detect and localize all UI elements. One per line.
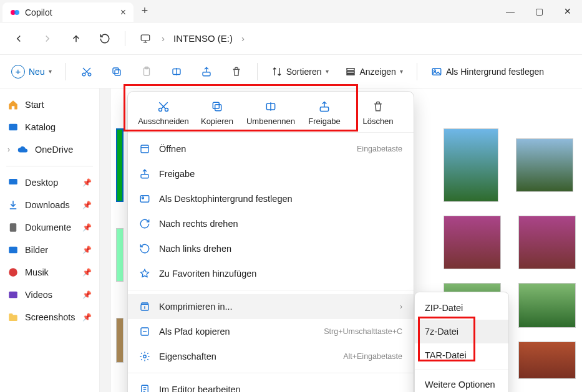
forward-button[interactable] [35, 26, 60, 51]
breadcrumb-location[interactable]: INTENSO (E:) [173, 33, 233, 44]
document-icon [7, 222, 19, 233]
view-button[interactable]: Anzeigen ▾ [339, 59, 409, 84]
view-label: Anzeigen [360, 67, 396, 77]
close-window-button[interactable]: ✕ [553, 0, 582, 22]
sidebar-item-screenshots[interactable]: Screenshots 📌 [0, 306, 99, 328]
compress-submenu: ZIP-Datei 7z-Datei TAR-Datei Weitere Opt… [414, 292, 509, 392]
sort-button[interactable]: Sortieren ▾ [265, 59, 335, 84]
paste-button[interactable] [133, 59, 160, 84]
menu-compress[interactable]: Komprimieren in... › [128, 294, 414, 319]
menu-edit-in-editor[interactable]: Im Editor bearbeiten [128, 377, 414, 392]
chevron-right-icon: › [162, 33, 165, 44]
menu-open[interactable]: Öffnen Eingabetaste [128, 136, 414, 161]
sidebar-label: Katalog [25, 122, 56, 132]
cut-button[interactable] [74, 59, 100, 84]
menu-label: Als Desktophintergrund festlegen [159, 194, 293, 204]
new-button[interactable]: + Neu ▾ [5, 59, 58, 84]
chevron-down-icon: ▾ [49, 68, 52, 75]
selected-thumb-edge[interactable] [116, 128, 124, 202]
submenu-tar[interactable]: TAR-Datei [415, 343, 508, 367]
menu-properties[interactable]: Eigenschaften Alt+Eingabetaste [128, 344, 414, 369]
image-icon [139, 193, 150, 204]
browser-tab-copilot[interactable]: Copilot × [2, 2, 133, 22]
image-thumbnail[interactable] [518, 216, 576, 269]
submenu-label: ZIP-Datei [425, 303, 463, 313]
svg-point-34 [143, 355, 147, 358]
folder-icon [7, 312, 19, 323]
sidebar-separator [6, 166, 93, 166]
sidebar-item-videos[interactable]: Videos 📌 [0, 284, 99, 306]
svg-rect-13 [347, 74, 354, 75]
open-icon [139, 143, 150, 155]
breadcrumb[interactable]: › INTENSO (E:) › [162, 33, 245, 44]
menu-label: Komprimieren in... [159, 302, 233, 312]
sidebar-scrollbar[interactable] [100, 88, 111, 392]
submenu-7z[interactable]: 7z-Datei [415, 320, 508, 343]
chevron-right-icon: › [400, 302, 402, 311]
view-icon [345, 66, 356, 77]
up-button[interactable] [64, 26, 89, 51]
star-icon [139, 268, 150, 279]
window-controls: — ▢ ✕ [496, 0, 582, 22]
sidebar-item-start[interactable]: Start [0, 93, 99, 116]
refresh-button[interactable] [92, 26, 117, 51]
submenu-more-options[interactable]: Weitere Optionen [415, 373, 508, 392]
sort-label: Sortieren [286, 67, 322, 77]
cut-icon [157, 100, 170, 113]
copy-button[interactable] [104, 59, 130, 84]
sidebar-item-katalog[interactable]: Katalog [0, 116, 99, 138]
delete-button[interactable] [223, 59, 250, 84]
action-rename[interactable]: Umbenennen [244, 100, 298, 126]
image-thumbnail[interactable] [444, 128, 498, 202]
menu-separator [128, 132, 414, 133]
context-action-row: Ausschneiden Kopieren Umbenennen Freigab… [132, 98, 410, 128]
svg-rect-16 [9, 124, 17, 131]
pictures-icon [7, 244, 19, 256]
svg-point-20 [9, 268, 17, 277]
minimize-button[interactable]: — [496, 0, 525, 22]
pin-icon: 📌 [82, 268, 92, 277]
action-delete[interactable]: Löschen [351, 100, 405, 126]
submenu-zip[interactable]: ZIP-Datei [415, 296, 508, 320]
action-share[interactable]: Freigabe [298, 100, 351, 126]
menu-rotate-right[interactable]: Nach rechts drehen [128, 211, 414, 236]
pc-icon[interactable] [133, 26, 158, 51]
pin-icon: 📌 [82, 201, 92, 209]
new-tab-button[interactable]: + [133, 0, 156, 22]
share-button[interactable] [193, 59, 220, 84]
svg-point-1 [14, 10, 19, 15]
sidebar-item-desktop[interactable]: Desktop 📌 [0, 171, 99, 194]
menu-add-favorite[interactable]: Zu Favoriten hinzufügen [128, 261, 414, 286]
menu-rotate-left[interactable]: Nach links drehen [128, 236, 414, 261]
image-thumbnail[interactable] [518, 283, 576, 328]
menu-copy-path[interactable]: Als Pfad kopieren Strg+Umschalttaste+C [128, 319, 414, 344]
maximize-button[interactable]: ▢ [525, 0, 553, 22]
thumb-edge[interactable] [116, 318, 124, 363]
action-cut[interactable]: Ausschneiden [137, 100, 190, 126]
svg-rect-6 [113, 68, 119, 74]
menu-share[interactable]: Freigabe [128, 161, 414, 186]
music-icon [7, 267, 19, 278]
back-button[interactable] [6, 26, 31, 51]
rename-button[interactable] [163, 59, 190, 84]
image-thumbnail[interactable] [444, 216, 501, 269]
image-thumbnail[interactable] [516, 138, 573, 192]
pin-icon: 📌 [82, 223, 92, 232]
set-background-button[interactable]: Als Hintergrund festlegen [425, 59, 550, 84]
sidebar-item-downloads[interactable]: Downloads 📌 [0, 194, 99, 216]
rotate-right-icon [139, 218, 150, 229]
action-copy[interactable]: Kopieren [190, 100, 244, 126]
close-tab-icon[interactable]: × [120, 7, 126, 18]
menu-set-desktop-bg[interactable]: Als Desktophintergrund festlegen [128, 186, 414, 211]
toolbar-separator [257, 63, 258, 80]
pin-icon: 📌 [82, 246, 92, 254]
sidebar-item-bilder[interactable]: Bilder 📌 [0, 239, 99, 261]
pin-icon: 📌 [82, 313, 92, 322]
image-thumbnail[interactable] [518, 342, 576, 379]
menu-separator [415, 370, 508, 370]
navbar: › INTENSO (E:) › [0, 22, 582, 55]
thumb-edge[interactable] [116, 228, 124, 282]
sidebar-item-onedrive[interactable]: › OneDrive [0, 138, 99, 161]
sidebar-item-dokumente[interactable]: Dokumente 📌 [0, 216, 99, 239]
sidebar-item-musik[interactable]: Musik 📌 [0, 261, 99, 284]
